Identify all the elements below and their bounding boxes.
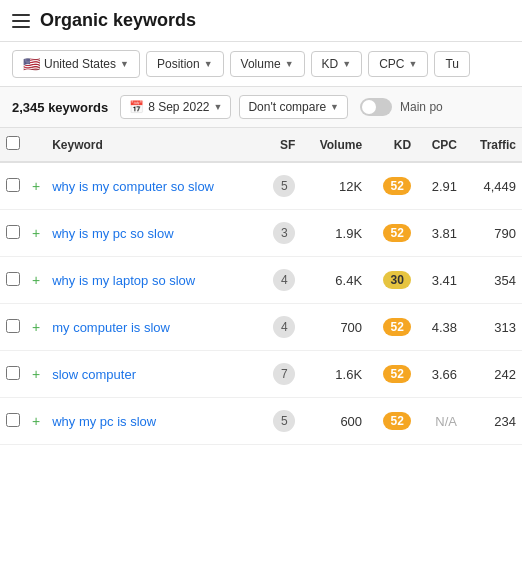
sf-cell: 5	[260, 398, 302, 445]
compare-label: Don't compare	[248, 100, 326, 114]
volume-cell: 600	[301, 398, 368, 445]
kd-badge: 52	[383, 365, 411, 383]
filter-volume-label: Volume	[241, 57, 281, 71]
volume-value: 6.4K	[335, 273, 362, 288]
filter-cpc[interactable]: CPC ▼	[368, 51, 428, 77]
page-title: Organic keywords	[40, 10, 196, 31]
add-keyword-cell[interactable]: +	[26, 398, 46, 445]
volume-value: 700	[340, 320, 362, 335]
chevron-down-icon: ▼	[204, 59, 213, 69]
sf-cell: 7	[260, 351, 302, 398]
cpc-cell: 3.81	[417, 210, 463, 257]
filter-position-label: Position	[157, 57, 200, 71]
row-checkbox-cell[interactable]	[0, 162, 26, 210]
volume-value: 1.9K	[335, 226, 362, 241]
keyword-link[interactable]: my computer is slow	[52, 320, 170, 335]
kd-badge: 52	[383, 318, 411, 336]
kd-badge: 52	[383, 177, 411, 195]
add-keyword-cell[interactable]: +	[26, 351, 46, 398]
volume-header: Volume	[301, 128, 368, 162]
row-checkbox[interactable]	[6, 225, 20, 239]
filter-kd[interactable]: KD ▼	[311, 51, 363, 77]
kd-badge: 52	[383, 412, 411, 430]
row-checkbox-cell[interactable]	[0, 304, 26, 351]
kd-badge: 30	[383, 271, 411, 289]
sf-value: 5	[273, 175, 295, 197]
volume-cell: 700	[301, 304, 368, 351]
traffic-value: 234	[494, 414, 516, 429]
hamburger-icon[interactable]	[12, 14, 30, 28]
keyword-link[interactable]: why my pc is slow	[52, 414, 156, 429]
sf-value: 3	[273, 222, 295, 244]
sf-value: 7	[273, 363, 295, 385]
row-checkbox[interactable]	[6, 366, 20, 380]
row-checkbox[interactable]	[6, 319, 20, 333]
volume-cell: 1.6K	[301, 351, 368, 398]
cpc-cell: 3.41	[417, 257, 463, 304]
row-checkbox[interactable]	[6, 272, 20, 286]
filter-tu[interactable]: Tu	[434, 51, 470, 77]
cpc-value: 3.81	[432, 226, 457, 241]
traffic-cell: 354	[463, 257, 522, 304]
chevron-down-icon: ▼	[214, 102, 223, 112]
select-all-checkbox[interactable]	[6, 136, 20, 150]
table-row: + my computer is slow 4 700 52 4.38 313	[0, 304, 522, 351]
kd-cell: 52	[368, 351, 417, 398]
add-keyword-cell[interactable]: +	[26, 210, 46, 257]
volume-cell: 12K	[301, 162, 368, 210]
sf-cell: 4	[260, 304, 302, 351]
cpc-header: CPC	[417, 128, 463, 162]
chevron-down-icon: ▼	[342, 59, 351, 69]
main-position-toggle[interactable]	[360, 98, 392, 116]
row-checkbox-cell[interactable]	[0, 398, 26, 445]
sf-header: SF	[260, 128, 302, 162]
add-keyword-cell[interactable]: +	[26, 304, 46, 351]
header: Organic keywords	[0, 0, 522, 42]
row-checkbox-cell[interactable]	[0, 210, 26, 257]
cpc-cell: 3.66	[417, 351, 463, 398]
table-row: + slow computer 7 1.6K 52 3.66 242	[0, 351, 522, 398]
volume-value: 1.6K	[335, 367, 362, 382]
add-keyword-cell[interactable]: +	[26, 162, 46, 210]
row-checkbox-cell[interactable]	[0, 351, 26, 398]
row-checkbox[interactable]	[6, 178, 20, 192]
chevron-down-icon: ▼	[330, 102, 339, 112]
row-checkbox-cell[interactable]	[0, 257, 26, 304]
sf-value: 4	[273, 316, 295, 338]
table-row: + why is my computer so slow 5 12K 52 2.…	[0, 162, 522, 210]
traffic-value: 790	[494, 226, 516, 241]
keyword-link[interactable]: why is my pc so slow	[52, 226, 173, 241]
add-keyword-cell[interactable]: +	[26, 257, 46, 304]
select-all-header[interactable]	[0, 128, 26, 162]
calendar-icon: 📅	[129, 100, 144, 114]
table-header-row: Keyword SF Volume KD CPC Traffic	[0, 128, 522, 162]
row-checkbox[interactable]	[6, 413, 20, 427]
kd-cell: 30	[368, 257, 417, 304]
keyword-header: Keyword	[46, 128, 259, 162]
cpc-cell: 2.91	[417, 162, 463, 210]
keyword-link[interactable]: slow computer	[52, 367, 136, 382]
volume-cell: 1.9K	[301, 210, 368, 257]
cpc-cell: N/A	[417, 398, 463, 445]
keyword-cell: why is my laptop so slow	[46, 257, 259, 304]
filter-position[interactable]: Position ▼	[146, 51, 224, 77]
cpc-value: 3.41	[432, 273, 457, 288]
traffic-cell: 242	[463, 351, 522, 398]
kd-header: KD	[368, 128, 417, 162]
filter-volume[interactable]: Volume ▼	[230, 51, 305, 77]
keyword-link[interactable]: why is my laptop so slow	[52, 273, 195, 288]
kd-cell: 52	[368, 398, 417, 445]
filter-country[interactable]: 🇺🇸 United States ▼	[12, 50, 140, 78]
keyword-link[interactable]: why is my computer so slow	[52, 179, 214, 194]
date-button[interactable]: 📅 8 Sep 2022 ▼	[120, 95, 231, 119]
cpc-value: 2.91	[432, 179, 457, 194]
filter-country-label: United States	[44, 57, 116, 71]
compare-button[interactable]: Don't compare ▼	[239, 95, 348, 119]
chevron-down-icon: ▼	[120, 59, 129, 69]
traffic-cell: 313	[463, 304, 522, 351]
keyword-cell: my computer is slow	[46, 304, 259, 351]
plus-header	[26, 128, 46, 162]
traffic-value: 242	[494, 367, 516, 382]
keyword-cell: slow computer	[46, 351, 259, 398]
date-label: 8 Sep 2022	[148, 100, 209, 114]
